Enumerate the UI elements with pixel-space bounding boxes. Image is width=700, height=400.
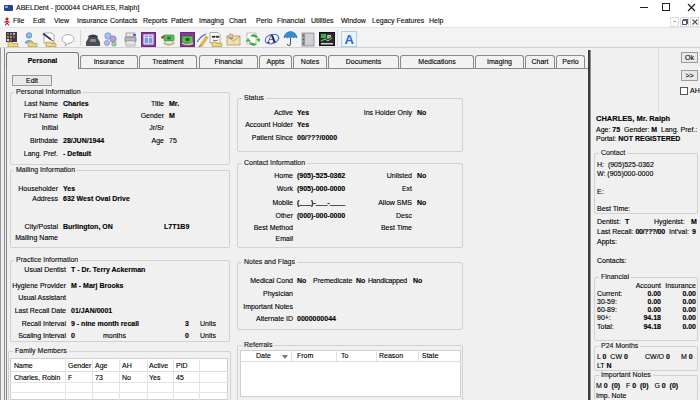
svg-text:A: A <box>345 32 355 47</box>
